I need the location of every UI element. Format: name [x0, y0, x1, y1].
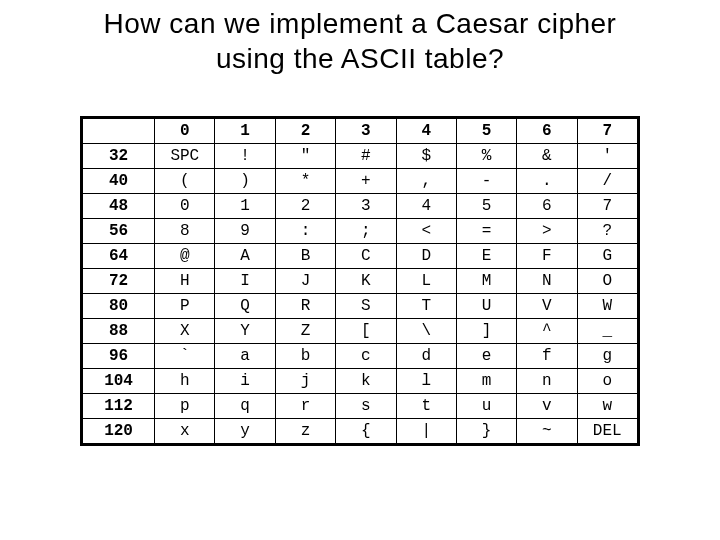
- row-label: 72: [83, 269, 155, 294]
- cell: d: [396, 344, 456, 369]
- cell: ~: [517, 419, 577, 444]
- cell: L: [396, 269, 456, 294]
- cell: ?: [577, 219, 637, 244]
- cell: i: [215, 369, 275, 394]
- cell: W: [577, 294, 637, 319]
- cell: 4: [396, 194, 456, 219]
- cell: -: [456, 169, 516, 194]
- table-row: 88 X Y Z [ \ ] ^ _: [83, 319, 638, 344]
- table-row: 104 h i j k l m n o: [83, 369, 638, 394]
- col-header: 5: [456, 119, 516, 144]
- cell: u: [456, 394, 516, 419]
- cell: A: [215, 244, 275, 269]
- cell: x: [155, 419, 215, 444]
- title-line-2: using the ASCII table?: [216, 43, 504, 74]
- cell: O: [577, 269, 637, 294]
- title-line-1: How can we implement a Caesar cipher: [104, 8, 617, 39]
- cell: SPC: [155, 144, 215, 169]
- table-row: 120 x y z { | } ~ DEL: [83, 419, 638, 444]
- cell: l: [396, 369, 456, 394]
- cell: Z: [275, 319, 335, 344]
- cell: K: [336, 269, 396, 294]
- row-label: 104: [83, 369, 155, 394]
- cell: g: [577, 344, 637, 369]
- cell: /: [577, 169, 637, 194]
- cell: H: [155, 269, 215, 294]
- cell: &: [517, 144, 577, 169]
- table-header-row: 0 1 2 3 4 5 6 7: [83, 119, 638, 144]
- slide-title: How can we implement a Caesar cipher usi…: [0, 0, 720, 76]
- cell: }: [456, 419, 516, 444]
- cell: 6: [517, 194, 577, 219]
- cell: 0: [155, 194, 215, 219]
- cell: `: [155, 344, 215, 369]
- cell: f: [517, 344, 577, 369]
- cell: J: [275, 269, 335, 294]
- cell: (: [155, 169, 215, 194]
- cell: N: [517, 269, 577, 294]
- cell: ,: [396, 169, 456, 194]
- cell: y: [215, 419, 275, 444]
- cell: #: [336, 144, 396, 169]
- table-row: 40 ( ) * + , - . /: [83, 169, 638, 194]
- cell: 7: [577, 194, 637, 219]
- cell: o: [577, 369, 637, 394]
- cell: 3: [336, 194, 396, 219]
- cell: j: [275, 369, 335, 394]
- cell: q: [215, 394, 275, 419]
- cell: $: [396, 144, 456, 169]
- cell: U: [456, 294, 516, 319]
- cell: G: [577, 244, 637, 269]
- cell: +: [336, 169, 396, 194]
- ascii-table-container: 0 1 2 3 4 5 6 7 32 SPC ! " # $ % & ': [80, 116, 640, 446]
- cell: %: [456, 144, 516, 169]
- cell: h: [155, 369, 215, 394]
- table-row: 72 H I J K L M N O: [83, 269, 638, 294]
- cell: m: [456, 369, 516, 394]
- cell: F: [517, 244, 577, 269]
- cell: @: [155, 244, 215, 269]
- cell: r: [275, 394, 335, 419]
- cell: {: [336, 419, 396, 444]
- cell: ^: [517, 319, 577, 344]
- cell: ): [215, 169, 275, 194]
- cell: Y: [215, 319, 275, 344]
- cell: k: [336, 369, 396, 394]
- cell: ;: [336, 219, 396, 244]
- cell: t: [396, 394, 456, 419]
- row-label: 56: [83, 219, 155, 244]
- table-row: 56 8 9 : ; < = > ?: [83, 219, 638, 244]
- col-header: 0: [155, 119, 215, 144]
- cell: p: [155, 394, 215, 419]
- cell: z: [275, 419, 335, 444]
- cell: _: [577, 319, 637, 344]
- cell: >: [517, 219, 577, 244]
- cell: M: [456, 269, 516, 294]
- table-row: 96 ` a b c d e f g: [83, 344, 638, 369]
- cell: V: [517, 294, 577, 319]
- cell: <: [396, 219, 456, 244]
- cell: n: [517, 369, 577, 394]
- row-label: 88: [83, 319, 155, 344]
- row-label: 112: [83, 394, 155, 419]
- cell: 8: [155, 219, 215, 244]
- row-label: 120: [83, 419, 155, 444]
- row-label: 64: [83, 244, 155, 269]
- cell: \: [396, 319, 456, 344]
- cell: 9: [215, 219, 275, 244]
- row-label: 96: [83, 344, 155, 369]
- row-label: 40: [83, 169, 155, 194]
- table-row: 64 @ A B C D E F G: [83, 244, 638, 269]
- cell: c: [336, 344, 396, 369]
- cell: ": [275, 144, 335, 169]
- cell: a: [215, 344, 275, 369]
- col-header: 7: [577, 119, 637, 144]
- cell: S: [336, 294, 396, 319]
- cell: 1: [215, 194, 275, 219]
- col-header: 3: [336, 119, 396, 144]
- cell: [: [336, 319, 396, 344]
- cell: DEL: [577, 419, 637, 444]
- table-row: 48 0 1 2 3 4 5 6 7: [83, 194, 638, 219]
- cell: 5: [456, 194, 516, 219]
- row-label: 48: [83, 194, 155, 219]
